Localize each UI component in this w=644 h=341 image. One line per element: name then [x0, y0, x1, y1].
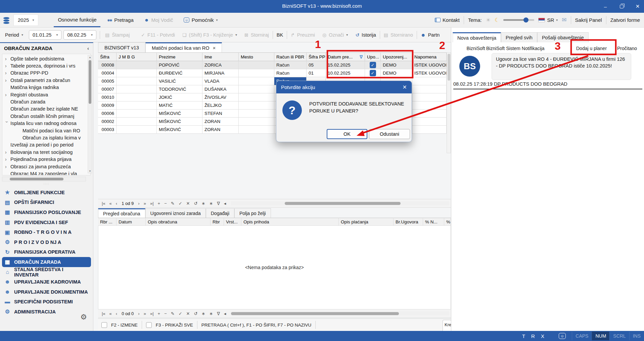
ok-button[interactable]: OK: [327, 129, 367, 139]
detail-tab-2[interactable]: Događaji: [206, 208, 234, 218]
nav-next-button[interactable]: ›: [136, 311, 141, 316]
tree-expander-icon[interactable]: ›: [5, 78, 10, 83]
reverse-button[interactable]: ⊠Storniraj: [241, 32, 273, 38]
tree-item-15[interactable]: ›Obrasci za javna preduzeća: [2, 163, 90, 170]
partner-button[interactable]: ☻Partn: [417, 32, 443, 38]
horizontal-scrollbar[interactable]: [231, 201, 449, 205]
nav-insert-button[interactable]: +: [156, 311, 162, 316]
print-button[interactable]: ▤Štampaj: [101, 32, 133, 38]
nav-edit-button[interactable]: ✎: [169, 311, 176, 316]
nav-last-button[interactable]: »|: [148, 311, 155, 316]
nav-last-button[interactable]: »|: [148, 201, 155, 206]
detail-column-header-6[interactable]: Opis plaćanja: [339, 218, 394, 226]
sidebar-module-6[interactable]: ↻FINANSIJSKA OPERATIVA: [0, 247, 93, 257]
column-header-10[interactable]: Napomena: [412, 52, 447, 61]
bk-button[interactable]: BK: [273, 32, 287, 38]
tree-item-13[interactable]: ›Bolovanja na teret socijalnog: [2, 148, 90, 156]
tree-expander-icon[interactable]: ›: [5, 56, 10, 61]
tree-expander-icon[interactable]: ›: [5, 150, 10, 155]
sidebar-module-4[interactable]: ▣ROBNO - T R G O V I N A: [0, 227, 93, 237]
tree-item-9[interactable]: ›Isplata licu van radnog odnosa: [2, 120, 90, 127]
column-header-5[interactable]: Račun ili PBR: [274, 52, 307, 61]
nav-cancel-button[interactable]: ✕: [185, 311, 192, 316]
tree-expander-icon[interactable]: ›: [5, 92, 10, 97]
nav-next-page-button[interactable]: »: [142, 311, 148, 316]
kontakt-button[interactable]: Kontakt: [435, 17, 460, 23]
sidebar-module-11[interactable]: ▬SPECIFIČNI PODSISTEMI: [0, 297, 93, 307]
detail-column-header-8[interactable]: % N...: [423, 218, 444, 226]
year-select[interactable]: 2025 ▾: [13, 14, 38, 26]
nav-bookmark-button[interactable]: ∗: [200, 311, 207, 316]
period-select[interactable]: Period▾: [1, 32, 27, 38]
scrollbar-thumb[interactable]: [10, 178, 63, 180]
nav-delete-button[interactable]: −: [163, 201, 169, 206]
slider-knob[interactable]: [523, 17, 528, 23]
reversed-button[interactable]: ▤Stornirano: [380, 32, 417, 38]
posting-button[interactable]: ❏(Shift) F3 - Knjiženje▾: [179, 32, 241, 38]
notification-message[interactable]: Ugovor za lice van RO 4 - ĐURĐEVIĆ MIRJA…: [492, 53, 631, 80]
nav-prior-page-button[interactable]: «: [108, 201, 113, 206]
menu-item-0[interactable]: Osnovne funkcije: [54, 13, 100, 27]
tree-expander-icon[interactable]: ›: [5, 70, 10, 76]
scroll-left-icon[interactable]: ◂: [222, 311, 228, 316]
nav-first-button[interactable]: |«: [100, 311, 107, 316]
tree-item-4[interactable]: ›Matična knjiga radnika: [2, 84, 90, 91]
mail-icon[interactable]: ✉: [562, 16, 566, 24]
column-header-6[interactable]: Šifra PP: [307, 52, 326, 61]
f3-checkbox[interactable]: [146, 322, 152, 328]
tree-expander-icon[interactable]: ›: [4, 121, 10, 127]
nav-refresh-button[interactable]: ↺: [192, 311, 199, 316]
splitter-handle[interactable]: ········: [0, 183, 93, 185]
tree-item-14[interactable]: ›Pojedinačna poreska prijava: [2, 156, 90, 163]
tree-item-7[interactable]: ›Obračun zarade bez isplate NE: [2, 105, 90, 113]
detail-column-header-5[interactable]: Opis prihoda: [241, 218, 339, 226]
checkbox-checked[interactable]: [370, 70, 376, 76]
light-theme-icon[interactable]: ☀: [486, 17, 491, 23]
detail-column-header-7[interactable]: Br.Ugovora: [394, 218, 423, 226]
tree-item-16[interactable]: ›Obrazac M4 za zaposlene i vla: [2, 170, 90, 175]
nav-insert-button[interactable]: +: [156, 201, 162, 206]
tree-item-11[interactable]: ›Obračun za isplatu licima v: [2, 134, 90, 141]
sidebar-module-3[interactable]: ▥PDV EVIDENCIJA I SEF: [0, 217, 93, 227]
date-to-select[interactable]: 08.02.25▾: [63, 30, 96, 40]
tree-item-5[interactable]: ›Registri obustava: [2, 91, 90, 98]
table-row[interactable]: 00008POPOVIĆZORICARačun0515.02.2025DEMOI…: [98, 61, 447, 69]
tree-vertical-scrollbar[interactable]: ▲ ▼: [88, 55, 92, 173]
column-header-8[interactable]: Upo...: [365, 52, 381, 61]
scrollbar-thumb[interactable]: [448, 54, 450, 81]
kre-button[interactable]: Kre: [443, 320, 451, 331]
detail-tab-1[interactable]: Ugovoreni iznosi zarada: [145, 208, 206, 218]
panel-tab-0[interactable]: Nova obaveštenja: [453, 32, 501, 42]
document-tab-1[interactable]: Matični podaci lica van RO×: [145, 42, 222, 52]
sidebar-module-7[interactable]: ▦OBRAČUN ZARADA: [2, 257, 91, 267]
theme-slider[interactable]: [503, 19, 534, 21]
tree-item-8[interactable]: ›Obračun ostalih ličnih primanj: [2, 113, 90, 120]
scroll-left-icon[interactable]: ◂: [222, 201, 228, 206]
close-button[interactable]: ✕: [634, 3, 641, 9]
tree-item-1[interactable]: ›Tabele poreza, doprinosa i vrs: [2, 62, 90, 69]
confirm-button[interactable]: ✓F11 - Potvrdi: [137, 32, 179, 38]
detail-column-header-1[interactable]: Datum: [117, 218, 146, 226]
nav-prior-button[interactable]: ‹: [114, 201, 119, 206]
scroll-down-icon[interactable]: ▼: [89, 170, 91, 173]
nav-prior-button[interactable]: ‹: [114, 311, 119, 316]
nav-post-button[interactable]: ✓: [177, 311, 184, 316]
detail-column-header-0[interactable]: Rbr ...: [98, 218, 117, 226]
minimize-button[interactable]: –: [602, 4, 609, 9]
mark-button[interactable]: ◎Označi▾: [319, 32, 352, 38]
history-button[interactable]: ↺Istorija: [352, 32, 379, 38]
sidebar-module-9[interactable]: ☻UPRAVLJANJE KADROVIMA: [0, 277, 93, 287]
sidebar-module-5[interactable]: ⚙P R O I Z V O D NJ A: [0, 237, 93, 247]
settings-gear-icon[interactable]: ⚙: [80, 313, 87, 322]
grid-vertical-scrollbar[interactable]: [447, 52, 451, 153]
nav-prior-page-button[interactable]: «: [108, 311, 113, 316]
panel-tab-2[interactable]: Pošalji obaveštenje: [537, 32, 589, 42]
nav-bookmark-button[interactable]: ∗: [200, 201, 207, 206]
sidebar-module-8[interactable]: ⌂STALNA SREDSTVA I INVENTAR: [0, 267, 93, 277]
nav-filter-button[interactable]: ∇: [215, 311, 222, 316]
detail-tab-3[interactable]: Polja po želji: [234, 208, 271, 218]
sidebar-module-1[interactable]: ▤OPŠTI ŠIFARNICI: [0, 198, 93, 208]
nav-cancel-button[interactable]: ✕: [185, 201, 192, 206]
menu-item-1[interactable]: ◉◉Pretraga: [103, 13, 137, 27]
sidebar-module-2[interactable]: ▦FINANSIJSKO POSLOVANJE: [0, 207, 93, 217]
